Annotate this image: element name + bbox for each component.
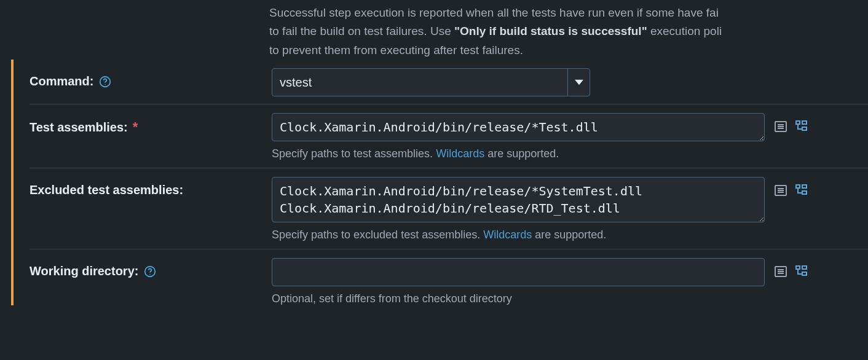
row-working-directory: Working directory: (30, 249, 868, 305)
working-dir-field-col: Optional, set if differs from the checko… (272, 258, 831, 305)
row-test-assemblies: Test assemblies: * Specify paths to test… (30, 104, 868, 168)
test-assemblies-actions (773, 113, 809, 134)
svg-point-18 (150, 274, 151, 275)
intro-line2a: to fail the build on test failures. Use (269, 25, 454, 37)
excluded-hint: Specify paths to excluded test assemblie… (272, 229, 831, 241)
test-assemblies-input[interactable] (272, 113, 765, 141)
svg-rect-16 (802, 191, 807, 194)
form-panel: Command: vstest Test assemblies: * (11, 60, 868, 305)
working-dir-actions (773, 258, 809, 279)
row-excluded-assemblies: Excluded test assemblies: Specify paths … (30, 168, 868, 249)
test-assemblies-label-col: Test assemblies: * (30, 113, 272, 135)
test-assemblies-label: Test assemblies: (30, 120, 128, 135)
command-field-col: vstest (272, 68, 831, 96)
required-asterisk: * (133, 119, 138, 135)
tree-icon[interactable] (794, 183, 809, 198)
test-assemblies-hint: Specify paths to test assemblies. Wildca… (272, 147, 831, 160)
list-icon[interactable] (773, 183, 788, 198)
svg-rect-14 (796, 185, 800, 188)
intro-text: Successful step execution is reported wh… (0, 0, 868, 60)
list-icon[interactable] (773, 119, 788, 134)
tree-icon[interactable] (794, 119, 809, 134)
svg-rect-8 (802, 121, 807, 124)
intro-line1: Successful step execution is reported wh… (269, 6, 719, 19)
svg-rect-23 (796, 266, 800, 269)
excluded-actions (773, 177, 809, 198)
help-icon[interactable] (143, 265, 157, 278)
intro-line2b: execution poli (647, 25, 722, 37)
working-dir-hint: Optional, set if differs from the checko… (272, 292, 831, 305)
command-label-col: Command: (30, 68, 272, 88)
excluded-field-col: Specify paths to excluded test assemblie… (272, 177, 831, 241)
svg-rect-25 (802, 272, 807, 275)
intro-line3: to prevent them from executing after tes… (269, 44, 523, 57)
intro-strong: "Only if build status is successful" (454, 25, 647, 37)
svg-point-1 (105, 84, 106, 85)
svg-rect-15 (802, 185, 807, 188)
svg-marker-2 (575, 80, 583, 85)
working-dir-label: Working directory: (30, 264, 138, 278)
working-directory-input[interactable] (272, 258, 765, 286)
command-select[interactable]: vstest (272, 68, 590, 96)
excluded-label-col: Excluded test assemblies: (30, 177, 272, 197)
svg-rect-24 (802, 266, 807, 269)
svg-rect-9 (802, 127, 807, 130)
working-dir-label-col: Working directory: (30, 258, 272, 278)
command-label: Command: (30, 74, 93, 88)
excluded-label: Excluded test assemblies: (30, 183, 183, 197)
tree-icon[interactable] (794, 264, 809, 279)
list-icon[interactable] (773, 264, 788, 279)
row-command: Command: vstest (30, 60, 868, 104)
test-assemblies-field-col: Specify paths to test assemblies. Wildca… (272, 113, 831, 160)
wildcards-link[interactable]: Wildcards (483, 229, 532, 241)
help-icon[interactable] (98, 75, 112, 88)
command-value: vstest (280, 76, 312, 90)
excluded-assemblies-input[interactable] (272, 177, 765, 222)
wildcards-link[interactable]: Wildcards (436, 147, 484, 160)
chevron-down-icon (567, 69, 590, 96)
svg-rect-7 (796, 121, 800, 124)
